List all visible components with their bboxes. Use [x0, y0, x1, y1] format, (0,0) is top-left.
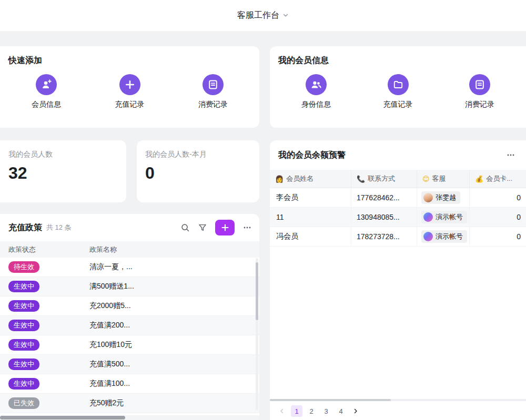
shortcut-consume-record[interactable]: 消费记录 — [188, 74, 238, 109]
shortcut-label: 身份信息 — [301, 100, 331, 109]
my-member-info-title: 我的会员信息 — [270, 46, 526, 66]
person-emoji-icon: 👩 — [275, 175, 284, 183]
shortcut-label: 消费记录 — [198, 100, 228, 109]
chevron-down-icon — [282, 11, 289, 21]
avatar — [423, 232, 433, 241]
policy-row[interactable]: 生效中充值满500... — [0, 355, 259, 374]
agent-tag[interactable]: 张雯越 — [421, 191, 460, 204]
balance-table-header: 👩 会员姓名 📞 联系方式 😊 客服 💰 会员卡... — [270, 170, 526, 188]
shortcut-recharge-record[interactable]: 充值记录 — [373, 74, 423, 109]
column-label: 联系方式 — [368, 174, 395, 183]
column-policy-name[interactable]: 政策名称 — [89, 245, 259, 254]
my-member-info-shortcuts: 身份信息 充值记录 消费记录 — [270, 66, 526, 109]
next-page-icon[interactable] — [351, 405, 360, 417]
policy-vertical-scrollbar[interactable] — [256, 258, 258, 411]
avatar — [423, 193, 433, 202]
stat-value: 32 — [0, 159, 126, 183]
agent-cell: 演示帐号 — [417, 208, 470, 227]
plus-icon — [119, 74, 140, 95]
page-button-1[interactable]: 1 — [291, 405, 302, 417]
policy-row[interactable]: 生效中满500赠送1... — [0, 277, 259, 296]
screen: 客服工作台 快速添加 会员信息 充值记录 — [0, 0, 526, 420]
shortcut-member-info[interactable]: 会员信息 — [21, 74, 72, 109]
receipt-icon — [469, 74, 490, 95]
agent-cell: 张雯越 — [417, 188, 470, 207]
balance-row[interactable]: 11130948085...演示帐号0 — [270, 208, 526, 227]
page-title: 客服工作台 — [237, 10, 279, 21]
policy-status-badge: 生效中 — [8, 378, 39, 390]
policy-title: 充值政策 — [8, 222, 42, 233]
more-icon[interactable] — [506, 150, 515, 160]
search-icon[interactable] — [180, 223, 190, 232]
policy-table-header: 政策状态 政策名称 — [0, 241, 259, 258]
policy-row[interactable]: 生效中充值满100... — [0, 374, 259, 394]
policy-row[interactable]: 生效中充值满200... — [0, 316, 259, 335]
filter-icon[interactable] — [198, 223, 207, 232]
face-emoji-icon: 😊 — [422, 175, 430, 183]
page-button-4[interactable]: 4 — [335, 405, 347, 417]
page-button-3[interactable]: 3 — [320, 405, 332, 417]
balance-warning-title: 我的会员余额预警 — [278, 150, 346, 161]
policy-name-cell: 清凉一夏，... — [89, 262, 259, 272]
member-name-cell: 11 — [270, 208, 351, 227]
policy-name-cell: 充100赠10元 — [89, 340, 259, 350]
recharge-policy-card: 充值政策 共 12 条 政策状态 政策名称 待生效清凉一夏，... — [0, 214, 259, 420]
prev-page-icon[interactable] — [277, 405, 287, 417]
policy-name-cell: 充2000赠5... — [89, 301, 259, 311]
more-icon[interactable] — [242, 223, 252, 232]
balance-row[interactable]: 冯会员178273728...演示帐号0 — [270, 227, 526, 247]
topbar: 客服工作台 — [0, 0, 526, 32]
column-member-name[interactable]: 👩 会员姓名 — [270, 170, 351, 188]
shortcut-recharge-record[interactable]: 充值记录 — [105, 74, 155, 109]
pagination: 1234 — [277, 405, 360, 417]
shortcut-label: 充值记录 — [115, 100, 145, 109]
policy-name-cell: 满500赠送1... — [89, 282, 259, 291]
shortcut-label: 会员信息 — [32, 100, 61, 109]
policy-row[interactable]: 生效中充2000赠5... — [0, 296, 259, 316]
phone-cell: 178273728... — [351, 227, 417, 246]
policy-status-cell: 生效中 — [0, 378, 89, 390]
scrollbar-thumb[interactable] — [0, 416, 125, 419]
quick-add-shortcuts: 会员信息 充值记录 消费记录 — [0, 66, 259, 109]
stat-value: 0 — [137, 159, 259, 183]
money-emoji-icon: 💰 — [475, 175, 483, 183]
card-balance-cell: 0 — [470, 227, 526, 246]
policy-card-header: 充值政策 共 12 条 — [0, 214, 259, 241]
phone-cell: 130948085... — [351, 208, 417, 227]
shortcut-identity-info[interactable]: 身份信息 — [291, 74, 341, 109]
balance-row[interactable]: 李会员177628462...张雯越0 — [270, 188, 526, 208]
column-agent[interactable]: 😊 客服 — [417, 170, 470, 188]
workspace-switcher[interactable]: 客服工作台 — [237, 10, 289, 21]
add-policy-button[interactable] — [215, 220, 235, 235]
receipt-icon — [203, 74, 224, 95]
stat-card-member-count: 我的会员人数 32 — [0, 140, 126, 202]
folder-icon — [388, 74, 409, 95]
column-member-card[interactable]: 💰 会员卡... — [470, 170, 526, 188]
balance-warning-card: 我的会员余额预警 👩 会员姓名 📞 联系方式 😊 客服 💰 会员卡... — [270, 140, 526, 420]
agent-tag[interactable]: 演示帐号 — [421, 211, 467, 223]
policy-row[interactable]: 已失效充50赠2元 — [0, 394, 259, 413]
policy-toolbar — [180, 220, 252, 235]
policy-table-body: 待生效清凉一夏，...生效中满500赠送1...生效中充2000赠5...生效中… — [0, 258, 259, 413]
policy-name-cell: 充值满100... — [89, 379, 259, 388]
scrollbar-thumb[interactable] — [270, 399, 391, 401]
stat-label: 我的会员人数-本月 — [137, 140, 259, 159]
policy-horizontal-scrollbar[interactable] — [0, 415, 259, 420]
agent-tag[interactable]: 演示帐号 — [421, 230, 467, 243]
scrollbar-thumb[interactable] — [256, 262, 258, 320]
shortcut-consume-record[interactable]: 消费记录 — [454, 74, 505, 109]
column-label: 会员姓名 — [286, 174, 313, 183]
page-button-2[interactable]: 2 — [306, 405, 317, 417]
balance-horizontal-scrollbar[interactable] — [270, 399, 526, 401]
person-add-icon — [36, 74, 57, 95]
policy-status-badge: 生效中 — [8, 320, 39, 332]
column-contact[interactable]: 📞 联系方式 — [351, 170, 417, 188]
member-name-cell: 李会员 — [270, 188, 351, 207]
policy-row[interactable]: 待生效清凉一夏，... — [0, 258, 259, 277]
quick-add-title: 快速添加 — [0, 46, 259, 66]
policy-status-badge: 已失效 — [8, 397, 39, 409]
policy-row[interactable]: 生效中充100赠10元 — [0, 335, 259, 355]
policy-status-cell: 已失效 — [0, 397, 89, 409]
policy-status-badge: 待生效 — [8, 261, 39, 273]
column-policy-status[interactable]: 政策状态 — [0, 245, 89, 254]
